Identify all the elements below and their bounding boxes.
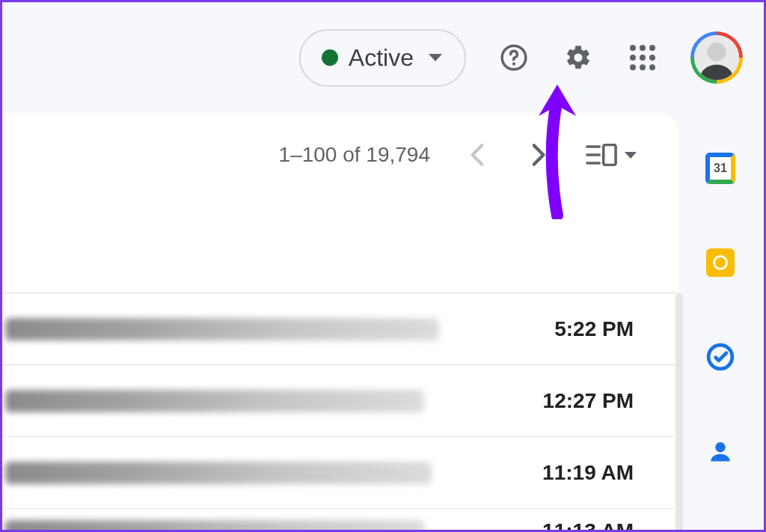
avatar-photo — [694, 35, 739, 80]
tasks-icon — [706, 343, 735, 371]
email-row[interactable]: 11:13 AM — [2, 509, 678, 532]
email-subject-redacted — [5, 318, 439, 340]
email-subject-redacted — [5, 462, 432, 484]
toggle-split-pane-button[interactable] — [586, 144, 637, 166]
newer-page-button[interactable] — [460, 138, 493, 171]
older-page-button[interactable] — [523, 138, 556, 171]
email-row[interactable]: 11:19 AM — [2, 437, 678, 509]
app-header: Active — [2, 2, 764, 113]
chevron-down-icon — [429, 54, 442, 61]
help-icon — [500, 43, 528, 72]
inbox-toolbar: 1–100 of 19,794 — [2, 113, 678, 197]
svg-point-1 — [512, 62, 515, 65]
contacts-app-button[interactable] — [705, 436, 735, 466]
svg-point-10 — [715, 442, 726, 453]
google-apps-button[interactable] — [626, 41, 659, 74]
chevron-down-icon — [625, 152, 637, 159]
email-subject-redacted — [5, 520, 424, 532]
settings-button[interactable] — [562, 41, 595, 74]
support-button[interactable] — [497, 41, 530, 74]
email-subject-redacted — [5, 390, 424, 412]
email-row[interactable]: 5:22 PM — [2, 293, 678, 365]
keep-icon — [706, 248, 735, 277]
account-avatar[interactable] — [690, 31, 743, 84]
email-time: 11:13 AM — [542, 519, 634, 532]
gear-icon — [564, 43, 592, 72]
inbox-panel: 1–100 of 19,794 — [2, 113, 678, 530]
calendar-app-button[interactable]: 31 — [705, 153, 735, 183]
tasks-app-button[interactable] — [705, 342, 735, 372]
split-pane-icon — [586, 144, 617, 166]
chevron-right-icon — [533, 144, 546, 166]
calendar-icon: 31 — [705, 153, 735, 184]
svg-point-4 — [708, 43, 726, 61]
status-label: Active — [349, 44, 414, 72]
pagination-count: 1–100 of 19,794 — [279, 143, 430, 167]
email-time: 12:27 PM — [543, 389, 634, 413]
chevron-left-icon — [470, 144, 483, 166]
contacts-icon — [707, 438, 734, 465]
side-panel: 31 — [679, 113, 762, 530]
email-time: 5:22 PM — [554, 317, 634, 341]
email-time: 11:19 AM — [542, 461, 634, 485]
status-dot-icon — [322, 49, 338, 66]
email-row[interactable]: 12:27 PM — [2, 365, 678, 437]
email-list: 5:22 PM 12:27 PM 11:19 AM 11:13 AM — [2, 293, 678, 532]
svg-rect-8 — [604, 144, 616, 165]
chat-status-toggle[interactable]: Active — [299, 29, 466, 87]
apps-grid-icon — [630, 45, 655, 70]
keep-app-button[interactable] — [705, 248, 735, 278]
